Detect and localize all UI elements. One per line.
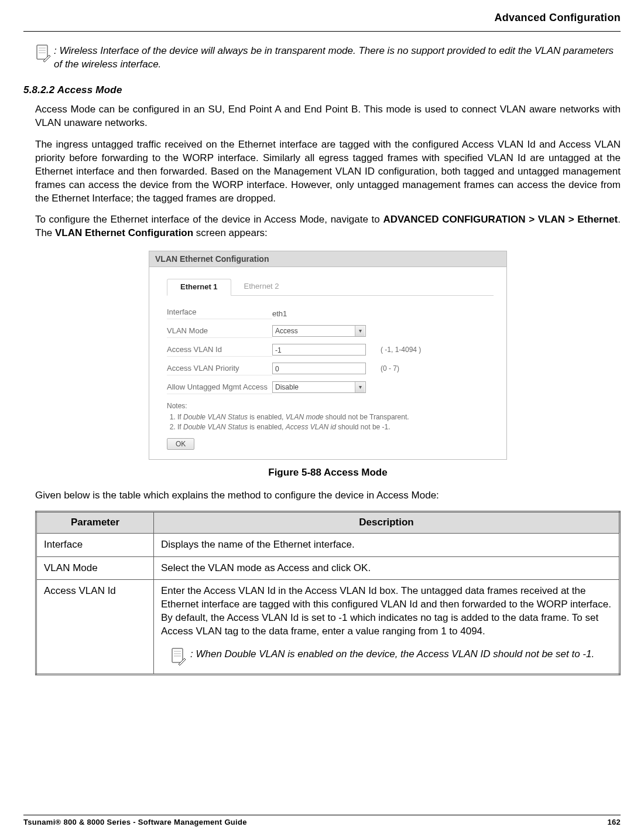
para3-d: VLAN Ethernet Configuration: [55, 227, 193, 238]
chevron-down-icon: ▾: [355, 382, 365, 392]
tabs: Ethernet 1 Ethernet 2: [167, 279, 494, 296]
td-desc-vlan-mode: Select the VLAN mode as Access and click…: [154, 556, 620, 580]
footer-page-number: 162: [607, 818, 621, 826]
svg-rect-0: [37, 45, 47, 59]
figure-caption: Figure 5-88 Access Mode: [35, 467, 621, 479]
body-content: Access Mode can be configured in an SU, …: [35, 103, 621, 675]
label-interface: Interface: [167, 305, 272, 319]
td-desc-interface: Displays the name of the Ethernet interf…: [154, 533, 620, 556]
header-rule: [23, 31, 621, 32]
th-parameter: Parameter: [36, 511, 154, 533]
table-row: Interface Displays the name of the Ether…: [36, 533, 620, 556]
td-param-access-vlan-id: Access VLAN Id: [36, 580, 154, 675]
select-vlan-mode[interactable]: Access ▾: [272, 325, 366, 337]
row-access-vlan-id: Access VLAN Id -1 ( -1, 1-4094 ): [167, 343, 494, 357]
row-vlan-mode: VLAN Mode Access ▾: [167, 324, 494, 338]
label-vlan-mode: VLAN Mode: [167, 324, 272, 338]
td-param-interface: Interface: [36, 533, 154, 556]
table-row: Access VLAN Id Enter the Access VLAN Id …: [36, 580, 620, 675]
note-top: : Wireless Interface of the device will …: [35, 45, 621, 71]
td-param-vlan-mode: VLAN Mode: [36, 556, 154, 580]
input-access-vlan-priority[interactable]: 0: [272, 363, 366, 374]
table-row: VLAN Mode Select the VLAN mode as Access…: [36, 556, 620, 580]
paragraph-3: To configure the Ethernet interface of t…: [35, 213, 621, 240]
row-allow-untagged: Allow Untagged Mgmt Access Disable ▾: [167, 380, 494, 394]
para3-e: screen appears:: [193, 227, 268, 238]
input-access-vlan-id[interactable]: -1: [272, 344, 366, 356]
note-icon: [35, 45, 52, 66]
chevron-down-icon: ▾: [355, 326, 365, 336]
paragraph-4: Given below is the table which explains …: [35, 489, 621, 503]
note-icon: [170, 648, 187, 669]
td-note-text: : When Double VLAN is enabled on the dev…: [190, 648, 594, 661]
label-allow-untagged: Allow Untagged Mgmt Access: [167, 380, 272, 394]
value-interface: eth1: [272, 307, 287, 318]
tab-ethernet-2[interactable]: Ethernet 2: [231, 279, 292, 295]
note-2: If Double VLAN Status is enabled, Access…: [177, 422, 494, 432]
note-1: If Double VLAN Status is enabled, VLAN m…: [177, 412, 494, 422]
ok-button[interactable]: OK: [167, 438, 194, 450]
svg-rect-4: [172, 648, 183, 662]
panel-body: Ethernet 1 Ethernet 2 Interface eth1 VLA…: [149, 267, 506, 459]
hint-access-vlan-id: ( -1, 1-4094 ): [381, 346, 421, 354]
panel-title: VLAN Ethernet Configuration: [149, 251, 506, 267]
paragraph-1: Access Mode can be configured in an SU, …: [35, 103, 621, 130]
vlan-config-panel: VLAN Ethernet Configuration Ethernet 1 E…: [149, 251, 507, 459]
hint-access-vlan-priority: (0 - 7): [381, 364, 399, 373]
panel-notes: Notes: If Double VLAN Status is enabled,…: [167, 401, 494, 432]
footer-left: Tsunami® 800 & 8000 Series - Software Ma…: [23, 818, 247, 826]
page-header-title: Advanced Configuration: [23, 12, 621, 24]
notes-heading: Notes:: [167, 401, 494, 411]
paragraph-2: The ingress untagged traffic received on…: [35, 138, 621, 206]
page: Advanced Configuration : Wireless Interf…: [0, 0, 644, 837]
th-description: Description: [154, 511, 620, 533]
row-access-vlan-priority: Access VLAN Priority 0 (0 - 7): [167, 361, 494, 375]
select-allow-untagged[interactable]: Disable ▾: [272, 381, 366, 393]
td-desc-access-vlan-id: Enter the Access VLAN Id in the Access V…: [154, 580, 620, 675]
label-access-vlan-id: Access VLAN Id: [167, 343, 272, 357]
section-heading: 5.8.2.2 Access Mode: [23, 84, 621, 96]
select-vlan-mode-value: Access: [275, 325, 298, 337]
note-top-text: : Wireless Interface of the device will …: [54, 45, 621, 71]
footer: Tsunami® 800 & 8000 Series - Software Ma…: [23, 815, 621, 826]
para3-b: ADVANCED CONFIGURATION > VLAN > Ethernet: [383, 214, 618, 225]
td-note: : When Double VLAN is enabled on the dev…: [161, 648, 612, 669]
tab-ethernet-1[interactable]: Ethernet 1: [167, 279, 231, 296]
para3-a: To configure the Ethernet interface of t…: [35, 214, 383, 225]
row-interface: Interface eth1: [167, 305, 494, 319]
parameter-table: Parameter Description Interface Displays…: [35, 511, 621, 676]
select-allow-untagged-value: Disable: [275, 381, 299, 393]
label-access-vlan-priority: Access VLAN Priority: [167, 361, 272, 375]
